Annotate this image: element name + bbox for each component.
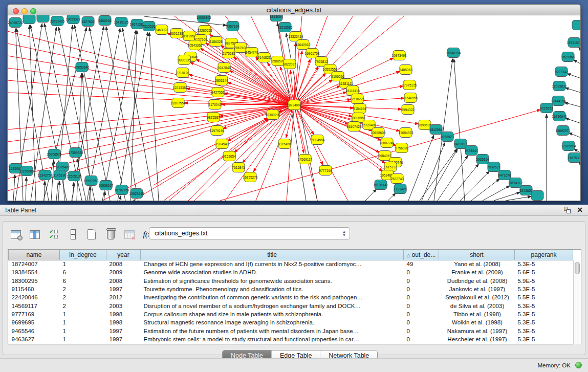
black-edge[interactable] — [454, 59, 465, 201]
table-row[interactable]: 1830029562008Estimation of significance … — [9, 277, 573, 285]
black-edge[interactable] — [573, 60, 580, 64]
black-edge[interactable] — [408, 135, 434, 201]
column-header-pagerank[interactable]: pagerank — [515, 250, 573, 260]
unselect-all-button[interactable] — [66, 228, 79, 241]
column-header-title[interactable]: title — [141, 250, 404, 260]
black-edge[interactable] — [422, 142, 445, 201]
black-edge[interactable] — [567, 74, 580, 78]
table-row[interactable]: 946362711997Embryonic stem cells: a mode… — [9, 335, 573, 343]
column-header-out-degree[interactable]: △out_de... — [404, 250, 439, 260]
network-view-window[interactable]: citations_edges.txt 18724007183002957463… — [7, 4, 581, 201]
black-edge[interactable] — [388, 193, 396, 201]
table-settings-button[interactable] — [9, 228, 23, 241]
table-cell: 49 — [404, 260, 439, 268]
black-edge[interactable] — [118, 32, 148, 201]
float-panel-icon[interactable] — [564, 207, 571, 213]
black-edge[interactable] — [574, 149, 580, 153]
red-edge[interactable] — [294, 98, 404, 105]
red-edge[interactable] — [8, 105, 294, 129]
black-edge[interactable] — [565, 88, 580, 93]
black-edge[interactable] — [51, 160, 54, 201]
column-header-name[interactable]: name — [9, 250, 60, 260]
black-edge[interactable] — [58, 181, 59, 201]
graph-node-label: 10543362 — [188, 43, 203, 47]
column-header-short[interactable]: short — [439, 250, 515, 260]
table-cell: 2003 — [106, 301, 141, 310]
graph-node-teal[interactable] — [23, 15, 35, 24]
delete-column-button[interactable] — [104, 228, 117, 241]
table-row[interactable]: 969969511998Structural magnetic resonanc… — [9, 318, 573, 326]
black-edge[interactable] — [122, 28, 154, 201]
black-edge[interactable] — [471, 179, 499, 201]
table-cell: Franke et al. (2009) — [439, 268, 515, 276]
red-edge[interactable] — [8, 105, 294, 179]
graph-node-label: 9146821 — [257, 56, 271, 59]
red-edge[interactable] — [8, 105, 294, 154]
black-edge[interactable] — [565, 118, 580, 123]
table-cell: 0 — [404, 268, 439, 276]
black-edge[interactable] — [438, 156, 468, 201]
table-row[interactable]: 946554611997Estimation of the future num… — [9, 326, 573, 335]
sort-ascending-icon: △ — [407, 253, 410, 258]
black-edge[interactable] — [506, 196, 531, 201]
window-titlebar[interactable]: citations_edges.txt — [8, 5, 580, 15]
new-column-button[interactable] — [85, 228, 98, 241]
column-header-year[interactable]: year — [106, 250, 141, 260]
table-cell: 5.3E-5 — [515, 260, 573, 268]
black-edge[interactable] — [73, 182, 74, 201]
red-edge[interactable] — [294, 105, 402, 110]
table-cell: 0 — [404, 293, 439, 301]
graph-node-label: 2803144 — [215, 79, 228, 82]
column-select-button[interactable] — [28, 228, 41, 241]
black-edge[interactable] — [77, 73, 82, 201]
column-header-in-degree[interactable]: in_degree — [60, 250, 106, 260]
table-panel-header: Table Panel ✕ — [0, 205, 588, 216]
black-edge[interactable] — [449, 164, 478, 201]
table-cell: 2008 — [106, 277, 141, 285]
table-scrollbar[interactable] — [573, 260, 581, 344]
black-edge[interactable] — [144, 16, 227, 26]
scrollbar-thumb[interactable] — [575, 262, 580, 274]
table-row[interactable]: 2242004622012Investigating the contribut… — [9, 293, 573, 301]
graph-node-teal[interactable] — [531, 191, 543, 201]
black-edge[interactable] — [569, 133, 580, 138]
graph-node-label: 9699695 — [418, 123, 431, 127]
graph-node-label: 15720407 — [362, 123, 377, 127]
black-edge[interactable] — [564, 102, 580, 107]
graph-node-label: 8813054 — [270, 15, 283, 18]
network-table-select[interactable]: citations_edges.txt ▲▼ — [149, 227, 350, 239]
graph-node-label: 9777169 — [319, 169, 332, 172]
graph-node-label: 8427552 — [211, 91, 225, 94]
graph-node-label: 9242848 — [217, 66, 231, 70]
table-row[interactable]: 1456911722003Disruption of a novel membe… — [9, 301, 573, 310]
black-edge[interactable] — [87, 28, 120, 201]
black-edge[interactable] — [13, 174, 15, 201]
select-all-button[interactable] — [47, 228, 60, 241]
black-edge[interactable] — [120, 196, 121, 201]
black-edge[interactable] — [135, 200, 135, 201]
close-panel-icon[interactable]: ✕ — [577, 206, 583, 214]
red-edge[interactable] — [294, 105, 317, 201]
graph-node-label: 7957224 — [226, 25, 239, 28]
red-edge[interactable] — [8, 31, 294, 105]
table-cell: 6 — [60, 268, 106, 276]
graph-node-teal[interactable] — [572, 20, 580, 30]
graph-node-teal[interactable] — [37, 15, 49, 23]
table-row[interactable]: 977716911998Corpus callosum shape and si… — [9, 310, 573, 318]
black-edge[interactable] — [494, 192, 520, 201]
delete-table-button[interactable]: ✕ — [123, 228, 136, 241]
table-settings-icon — [11, 230, 21, 239]
network-canvas[interactable]: 1872400718300295746382286012388912954222… — [8, 15, 580, 201]
red-edge[interactable] — [8, 68, 294, 105]
table-row[interactable]: 1938455462009Genome-wide association stu… — [9, 268, 573, 276]
window-title: citations_edges.txt — [8, 6, 580, 14]
red-edge[interactable] — [294, 105, 392, 175]
black-edge[interactable] — [365, 189, 377, 201]
red-edge[interactable] — [8, 93, 294, 105]
black-edge[interactable] — [26, 177, 27, 201]
table-cell: 18724007 — [9, 260, 60, 268]
table-row[interactable]: 911546021997Tourette syndrome. Phenomeno… — [9, 285, 573, 293]
table-row[interactable]: 1872400712008Changes of HCN gene express… — [9, 260, 573, 268]
black-edge[interactable] — [483, 186, 510, 201]
trash-icon — [107, 230, 115, 239]
